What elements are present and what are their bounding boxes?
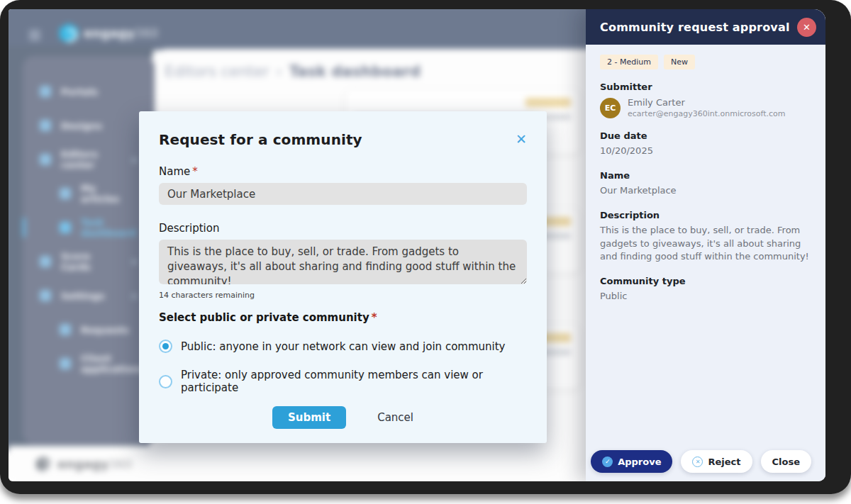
sidebar-item-client-applications[interactable]: Client applications [28, 349, 149, 378]
radio-public-label: Public: anyone in your network can view … [181, 340, 505, 353]
sidebar: Portals Designs Editors center∧ My artic… [23, 56, 155, 444]
sidebar-item-label: Editors center [61, 149, 121, 170]
sidebar-item-label: Portals [61, 86, 98, 97]
approval-panel: Community request approval ✕ 2 - Medium … [586, 9, 825, 481]
brand-name: engagy [84, 26, 135, 40]
designs-icon [40, 120, 51, 131]
panel-title: Community request approval [600, 21, 790, 34]
sidebar-item-label: Task dashboard [81, 217, 138, 238]
community-name-input[interactable] [159, 183, 527, 205]
portals-icon [40, 86, 51, 97]
apps-grid-icon[interactable]: ▦ [27, 26, 43, 42]
breadcrumb: Editors center › Task dashboard [165, 63, 421, 80]
chevron-up-icon: ∧ [131, 155, 138, 164]
sidebar-item-label: Score Cards [61, 251, 121, 272]
cancel-button[interactable]: Cancel [377, 411, 413, 424]
community-description-textarea[interactable]: This is the place to buy, sell, or trade… [159, 240, 527, 284]
submit-button[interactable]: Submit [272, 406, 346, 429]
visibility-section-label: Select public or private community* [159, 311, 527, 324]
breadcrumb-parent[interactable]: Editors center [165, 63, 269, 80]
sidebar-item-label: Client applications [81, 353, 144, 374]
sidebar-item-portals[interactable]: Portals [28, 77, 149, 106]
submitter-name: Emily Carter [628, 97, 785, 108]
engagy360-logo-icon [60, 23, 78, 43]
brand-suffix: 360 [135, 26, 158, 40]
settings-icon [40, 290, 51, 301]
reject-button[interactable]: ✕ Reject [681, 450, 752, 473]
description-label: Description [600, 210, 811, 220]
radio-private[interactable]: Private: only approved community members… [159, 369, 527, 394]
approve-label: Approve [618, 457, 661, 467]
characters-remaining: 14 characters remaining [159, 291, 527, 300]
footer-logo: engagy360 [34, 454, 133, 474]
panel-close-icon[interactable]: ✕ [797, 18, 816, 37]
reject-label: Reject [708, 457, 740, 467]
status-badge [525, 98, 571, 107]
sidebar-item-my-articles[interactable]: My articles [28, 179, 149, 208]
breadcrumb-current: Task dashboard [289, 63, 421, 80]
engagy360-footer-logo-icon [36, 457, 51, 472]
requests-icon [60, 324, 71, 335]
brand-text: engagy360 [84, 26, 159, 40]
sidebar-item-label: My articles [81, 183, 138, 204]
submitter-row: EC Emily Carter ecarter@engagy360int.onm… [600, 97, 811, 118]
breadcrumb-separator-icon: › [276, 63, 282, 80]
submitter-email: ecarter@engagy360int.onmicrosoft.com [628, 109, 785, 118]
badge-row: 2 - Medium New [600, 55, 811, 69]
dialog-close-icon[interactable]: ✕ [516, 133, 527, 146]
due-date-value: 10/20/2025 [600, 145, 811, 158]
my-articles-icon [60, 188, 71, 199]
status-badge: New [664, 55, 695, 69]
sidebar-item-label: Settings [61, 291, 104, 301]
name-value: Our Marketplace [600, 184, 811, 198]
sidebar-item-label: Requests [81, 325, 129, 335]
client-applications-icon [60, 358, 71, 369]
description-field-label: Description [159, 222, 527, 235]
app-screen: ▦ engagy360 Portals Designs Editors cent… [9, 9, 825, 481]
approval-panel-header: Community request approval ✕ [586, 9, 825, 45]
visibility-label-text: Select public or private community [159, 311, 369, 324]
close-button[interactable]: Close [761, 450, 811, 473]
sidebar-item-task-dashboard[interactable]: Task dashboard [28, 213, 149, 242]
approve-button[interactable]: ✓ Approve [591, 450, 672, 473]
required-asterisk: * [192, 165, 198, 178]
required-asterisk: * [372, 311, 377, 324]
sidebar-item-score-cards[interactable]: Score Cards∨ [28, 247, 149, 276]
task-dashboard-icon [60, 222, 71, 233]
sidebar-item-designs[interactable]: Designs [28, 111, 149, 140]
editors-center-icon [40, 154, 51, 165]
description-value: This is the place to buy, sell, or trade… [600, 224, 811, 264]
reject-x-icon: ✕ [692, 457, 703, 467]
footer-brand-suffix: 360 [109, 457, 132, 471]
radio-public[interactable]: Public: anyone in your network can view … [159, 340, 527, 353]
name-field-label: Name* [159, 165, 527, 178]
due-date-label: Due date [600, 130, 811, 141]
request-community-dialog: Request for a community ✕ Name* Descript… [139, 111, 547, 443]
dialog-title: Request for a community [159, 131, 362, 148]
name-label-text: Name [159, 165, 190, 178]
priority-badge: 2 - Medium [600, 55, 658, 69]
sidebar-item-editors-center[interactable]: Editors center∧ [28, 145, 149, 174]
sidebar-item-requests[interactable]: Requests [28, 315, 149, 344]
footer-brand-name: engagy [57, 457, 109, 471]
score-cards-icon [40, 256, 51, 267]
avatar: EC [600, 98, 621, 118]
radio-private-circle[interactable] [159, 375, 172, 388]
community-type-value: Public [600, 290, 811, 303]
radio-private-label: Private: only approved community members… [181, 369, 527, 394]
chevron-up-icon: ∧ [131, 291, 138, 301]
sidebar-item-settings[interactable]: Settings∧ [28, 281, 149, 310]
radio-public-circle[interactable] [159, 340, 172, 353]
app-logo: engagy360 [60, 23, 159, 43]
footer-brand-text: engagy360 [57, 457, 133, 471]
sidebar-item-label: Designs [61, 121, 102, 131]
community-type-label: Community type [600, 276, 811, 286]
name-label: Name [600, 170, 811, 181]
submitter-label: Submitter [600, 82, 811, 92]
submitter-info: Emily Carter ecarter@engagy360int.onmicr… [628, 97, 785, 118]
device-frame: ▦ engagy360 Portals Designs Editors cent… [0, 0, 851, 494]
chevron-down-icon: ∨ [131, 257, 138, 267]
approve-check-icon: ✓ [602, 457, 613, 467]
